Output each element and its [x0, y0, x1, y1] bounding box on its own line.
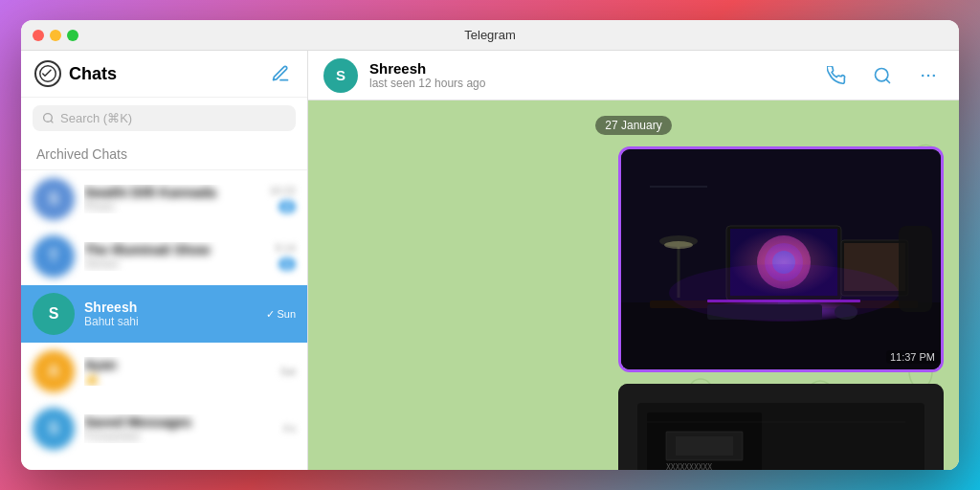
svg-rect-42 — [899, 226, 932, 312]
chat-area: S Shreesh last seen 12 hours ago — [308, 51, 959, 470]
photo-bubble: 11:37 PM — [618, 146, 944, 372]
chat-info: Saved Messages Forwarded — [84, 414, 274, 443]
chat-meta: ✓ Sun — [266, 308, 296, 321]
window-title: Telegram — [464, 28, 515, 42]
more-options-button[interactable] — [913, 60, 944, 91]
svg-rect-44 — [650, 178, 707, 186]
chat-name: Ayan — [84, 357, 270, 372]
chat-meta: Fri — [283, 423, 296, 434]
chat-info: Ayan 👍 — [84, 357, 270, 386]
chat-header-info: Shreesh last seen 12 hours ago — [369, 60, 810, 90]
list-item[interactable]: A Ayan 👍 Sat — [21, 343, 307, 400]
svg-point-4 — [927, 74, 930, 77]
contact-status: last seen 12 hours ago — [369, 77, 810, 90]
chat-preview: Bahut sahi — [84, 315, 256, 328]
chat-time: 10:22 — [269, 185, 296, 196]
avatar: S — [33, 178, 75, 220]
messages-area: 27 January — [308, 100, 959, 470]
list-item[interactable]: S Swathi Dilli Kannada Photo 10:22 2 — [21, 170, 307, 228]
search-button[interactable] — [867, 60, 898, 91]
svg-point-43 — [669, 264, 899, 322]
search-icon — [42, 112, 55, 124]
chat-info: Swathi Dilli Kannada Photo — [84, 185, 259, 213]
contact-avatar: S — [323, 58, 358, 93]
chat-name: Swathi Dilli Kannada — [84, 185, 259, 200]
date-separator: 27 January — [323, 116, 944, 135]
search-placeholder: Search (⌘K) — [60, 111, 132, 125]
chat-time: Fri — [283, 423, 296, 434]
chat-preview: Photo — [84, 200, 259, 213]
archived-chats-label: Archived Chats — [36, 146, 127, 162]
compose-button[interactable] — [267, 60, 294, 87]
unread-badge: 1 — [278, 257, 296, 271]
chat-info: Shreesh Bahut sahi — [84, 300, 256, 328]
chat-time: 9:14 — [276, 242, 296, 254]
maximize-button[interactable] — [67, 30, 78, 41]
traffic-lights — [33, 30, 78, 41]
chat-header: S Shreesh last seen 12 hours ago — [308, 51, 959, 100]
date-label: 27 January — [595, 116, 671, 135]
minimize-button[interactable] — [50, 30, 61, 41]
svg-rect-45 — [650, 186, 707, 188]
chat-time: ✓ Sun — [266, 308, 296, 321]
list-item[interactable]: T The Illuminati Show Sticker 9:14 1 — [21, 228, 307, 285]
avatar: S — [33, 293, 75, 335]
chat-time: Sat — [279, 366, 296, 377]
list-item-active[interactable]: S Shreesh Bahut sahi ✓ Sun — [21, 285, 307, 343]
chat-list: S Swathi Dilli Kannada Photo 10:22 2 T T… — [21, 170, 307, 470]
svg-point-1 — [44, 114, 53, 122]
chat-name: Shreesh — [84, 300, 256, 315]
titlebar: Telegram — [21, 20, 959, 51]
chat-info: The Illuminati Show Sticker — [84, 242, 266, 271]
telegram-logo-icon — [34, 60, 61, 87]
photo-content: 11:37 PM — [621, 149, 944, 369]
chat-preview: Forwarded — [84, 430, 274, 443]
list-item[interactable]: S Saved Messages Forwarded Fri — [21, 400, 307, 457]
call-button[interactable] — [821, 60, 852, 91]
svg-point-3 — [922, 74, 924, 77]
video-bubble: XXXXXXXXXX 00:16 — [618, 384, 944, 470]
avatar: S — [33, 408, 75, 450]
sidebar: Chats Search (⌘K) Archive — [21, 51, 308, 470]
chat-header-actions — [821, 60, 944, 91]
main-content: Chats Search (⌘K) Archive — [21, 51, 959, 470]
messages-content: 27 January — [308, 100, 959, 470]
app-window: Telegram Chats — [21, 20, 959, 470]
close-button[interactable] — [33, 30, 44, 41]
unread-badge: 2 — [278, 200, 296, 213]
sidebar-header-left: Chats — [34, 60, 117, 87]
avatar: A — [33, 350, 75, 392]
contact-name: Shreesh — [369, 60, 810, 77]
photo-timestamp: 11:37 PM — [886, 350, 939, 364]
chat-preview: 👍 — [84, 372, 270, 386]
svg-point-40 — [664, 241, 693, 249]
photo-message[interactable]: 11:37 PM — [323, 146, 944, 372]
chat-meta: 10:22 2 — [269, 185, 296, 213]
svg-rect-50 — [676, 436, 733, 456]
chat-preview: Sticker — [84, 257, 266, 271]
chat-name: The Illuminati Show — [84, 242, 266, 257]
svg-text:XXXXXXXXXX: XXXXXXXXXX — [666, 463, 712, 470]
sidebar-header: Chats — [21, 51, 307, 98]
chat-name: Saved Messages — [84, 414, 274, 430]
chat-meta: Sat — [279, 366, 296, 377]
chat-meta: 9:14 1 — [276, 242, 296, 271]
archived-chats-row[interactable]: Archived Chats — [21, 139, 307, 170]
chats-title: Chats — [69, 64, 117, 84]
avatar: T — [33, 235, 75, 278]
video-message[interactable]: XXXXXXXXXX 00:16 — [323, 380, 944, 470]
search-bar[interactable]: Search (⌘K) — [33, 105, 296, 131]
svg-point-5 — [933, 74, 936, 77]
